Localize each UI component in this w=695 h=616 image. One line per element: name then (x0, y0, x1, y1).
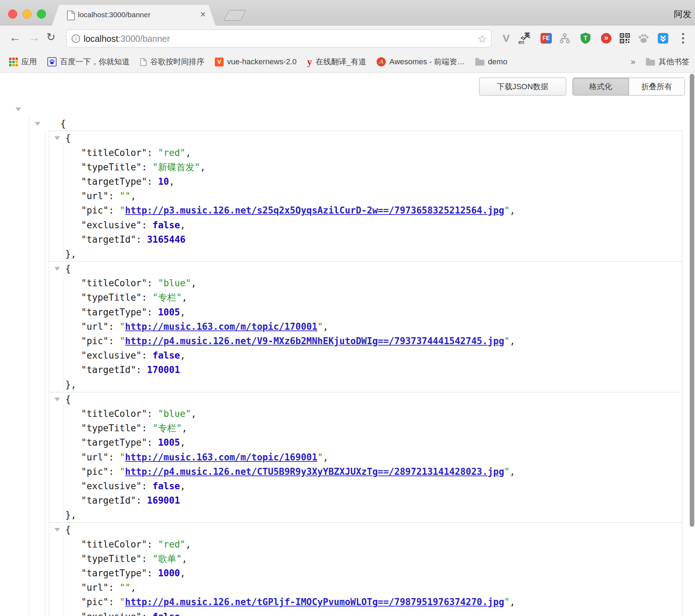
json-key: "exclusive" (81, 481, 141, 491)
baidu-paw-icon (47, 57, 57, 66)
json-string-value: "red" (158, 148, 185, 158)
profile-name[interactable]: 阿发 (674, 8, 691, 20)
bookmark-item[interactable]: 应用 (9, 57, 37, 67)
json-key: "targetType" (81, 307, 147, 317)
close-window-button[interactable] (8, 9, 17, 19)
json-key: "typeTitle" (81, 162, 141, 172)
collapse-toggle-icon[interactable] (35, 122, 40, 126)
paw-icon[interactable] (637, 32, 650, 45)
collapse-toggle-icon[interactable] (15, 107, 21, 111)
vertical-scrollbar-thumb[interactable] (690, 74, 694, 527)
collapse-toggle-icon[interactable] (54, 136, 60, 140)
json-key: "titleColor" (81, 148, 147, 158)
json-string-value: "red" (158, 539, 185, 550)
json-key: "typeTitle" (81, 292, 141, 303)
bookmark-label: 在线翻译_有道 (316, 57, 366, 67)
json-field-line: "typeTitle": "歌单", (49, 552, 682, 566)
json-field-line: "titleColor": "blue", (49, 407, 682, 421)
vue-devtools-icon[interactable]: V (500, 32, 512, 45)
json-key: "pic" (81, 466, 108, 477)
download-manager-icon[interactable] (657, 32, 669, 45)
browser-tab[interactable]: localhost:3000/banner × (52, 5, 216, 26)
bookmarks-overflow-chevron[interactable]: » (631, 57, 635, 67)
json-link[interactable]: http://p4.music.126.net/V9-MXz6b2MNhEKju… (125, 336, 504, 346)
page-info-icon[interactable]: i (72, 34, 80, 43)
json-link[interactable]: http://p4.music.126.net/CTU5B9R9y3XyYBZX… (125, 466, 504, 477)
json-key: "url" (81, 191, 108, 201)
zoom-window-button[interactable] (37, 9, 46, 19)
json-tree: { "banners": [ {"titleColor": "red","typ… (0, 73, 695, 616)
json-link[interactable]: http://music.163.com/m/topic/169001 (125, 452, 317, 463)
json-literal-value: 10 (158, 176, 169, 187)
bookmark-item[interactable]: 百度一下，你就知道 (47, 57, 130, 67)
json-field-line: "targetId": 169001 (49, 493, 682, 508)
json-field-line: "titleColor": "red", (49, 146, 682, 160)
bookmark-star-icon[interactable]: ☆ (477, 33, 487, 45)
json-field-line: "exclusive": false, (49, 479, 682, 493)
json-key: "typeTitle" (81, 553, 141, 564)
sitemap-icon[interactable] (558, 32, 571, 45)
tab-close-icon[interactable]: × (200, 9, 206, 20)
json-literal-value: 3165446 (147, 234, 186, 245)
json-key: "exclusive" (81, 220, 141, 230)
bookmark-item[interactable]: Vvue-hackernews-2.0 (215, 57, 297, 66)
back-button[interactable]: ← (9, 31, 21, 44)
apps-grid-icon (9, 58, 18, 66)
json-object-close-line: }, (49, 247, 682, 261)
youdao-y-icon: y (307, 58, 312, 66)
window-titlebar: localhost:3000/banner × 阿发 (0, 0, 695, 26)
fast-forward-icon[interactable]: » (600, 32, 613, 45)
other-bookmarks-folder[interactable]: 其他书签 (646, 57, 689, 67)
json-object-open-line: { (49, 523, 682, 537)
new-tab-button[interactable] (223, 10, 246, 21)
collapse-toggle-icon[interactable] (54, 267, 60, 271)
address-bar[interactable]: i localhost:3000/banner ☆ (66, 30, 491, 47)
json-link[interactable]: http://p3.music.126.net/s25q2x5QyqsAzilC… (125, 205, 504, 216)
folder-icon (475, 60, 484, 66)
bookmarks-bar: 应用百度一下，你就知道谷歌按时间排序Vvue-hackernews-2.0y在线… (0, 51, 695, 73)
minimize-window-button[interactable] (22, 9, 32, 19)
tree-guide-line (29, 117, 29, 616)
json-field-line: "pic": "http://p4.music.126.net/V9-MXz6b… (49, 334, 682, 348)
json-field-line: "url": "http://music.163.com/m/topic/169… (49, 450, 682, 465)
json-field-line: "targetType": 10, (49, 175, 682, 189)
url-text[interactable]: localhost:3000/banner (84, 34, 170, 44)
page-content: 下载JSON数据 格式化 折叠所有 { "banners": [ {"title… (0, 73, 695, 616)
collapse-toggle-icon[interactable] (54, 398, 60, 401)
json-literal-value: false (153, 220, 180, 230)
menu-dots-icon[interactable] (677, 32, 689, 45)
json-field-line: "targetId": 3165446 (49, 232, 682, 247)
json-field-line: "exclusive": false, (49, 348, 682, 363)
collapse-toggle-icon[interactable] (54, 528, 60, 532)
json-key: "typeTitle" (81, 423, 141, 433)
bookmark-item[interactable]: AAwesomes - 前端资… (377, 57, 465, 67)
bookmark-item[interactable]: demo (475, 57, 507, 66)
json-object-box: {"titleColor": "blue","typeTitle": "专栏",… (49, 261, 682, 392)
json-link[interactable]: http://music.163.com/m/topic/170001 (125, 321, 317, 332)
json-key: "titleColor" (81, 539, 147, 550)
json-field-line: "typeTitle": "新碟首发", (49, 160, 682, 175)
json-string-value: "blue" (158, 408, 191, 419)
json-key: "pic" (81, 597, 108, 607)
json-field-line: "exclusive": false (49, 610, 682, 616)
page-icon (67, 11, 75, 20)
json-object-box: {"titleColor": "red","typeTitle": "新碟首发"… (49, 131, 682, 262)
json-object-close-line: }, (49, 378, 682, 392)
json-literal-value: false (153, 611, 180, 616)
url-path: :3000/banner (118, 34, 170, 44)
reload-button[interactable]: ↻ (46, 31, 55, 44)
fe-extension-icon[interactable]: FE (540, 32, 552, 45)
json-array-items: {"titleColor": "red","typeTitle": "新碟首发"… (0, 131, 695, 616)
qr-code-icon[interactable] (618, 32, 631, 45)
json-field-line: "url": "", (49, 581, 682, 595)
bookmark-item[interactable]: 谷歌按时间排序 (140, 57, 204, 67)
shield-t-icon[interactable]: T (579, 32, 592, 45)
json-object-open-line: { (49, 392, 682, 407)
json-string-value: "歌单" (153, 553, 182, 564)
json-link[interactable]: http://p4.music.126.net/tGPljf-IMOCyPvum… (125, 597, 504, 607)
translate-icon[interactable]: ⇄ 英 en (518, 32, 531, 45)
json-object-open-line: { (49, 262, 682, 276)
json-field-line: "targetType": 1005, (49, 305, 682, 320)
json-field-line: "pic": "http://p3.music.126.net/s25q2x5Q… (49, 203, 682, 218)
bookmark-item[interactable]: y在线翻译_有道 (307, 57, 366, 67)
